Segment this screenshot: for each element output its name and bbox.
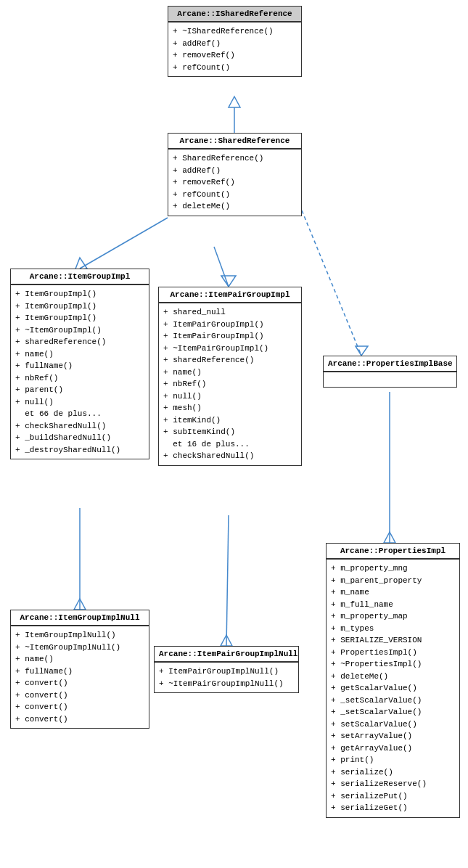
member: + ItemPairGroupImpl(): [163, 319, 297, 331]
member: + getArrayValue(): [331, 742, 455, 755]
member: + parent(): [15, 384, 144, 396]
member: + print(): [331, 754, 455, 766]
member: + addRef(): [173, 165, 297, 177]
member: + addRef(): [173, 38, 297, 50]
member: + refCount(): [173, 189, 297, 201]
member: + ~ISharedReference(): [173, 25, 297, 38]
class-members-itempairgroupimpl: + shared_null + ItemPairGroupImpl() + It…: [159, 303, 301, 465]
class-sharedreference: Arcane::SharedReference + SharedReferenc…: [168, 133, 302, 216]
svg-marker-11: [221, 635, 232, 646]
svg-line-10: [226, 515, 229, 646]
class-members-itemgroupimpl: + ItemGroupImpl() + ItemGroupImpl() + It…: [11, 285, 149, 459]
member: + fullName(): [15, 360, 144, 372]
class-title-sharedreference: Arcane::SharedReference: [168, 134, 301, 149]
svg-marker-1: [229, 97, 240, 107]
member: + refCount(): [173, 62, 297, 74]
class-title-propertiesimplbase: Arcane::PropertiesImplBase: [324, 356, 456, 372]
member: + sharedReference(): [15, 336, 144, 348]
member: + serializeReserve(): [331, 778, 455, 790]
class-members-propertiesimplbase: [324, 372, 456, 387]
uml-diagram: Arcane::ISharedReference + ~ISharedRefer…: [0, 0, 468, 868]
member: + shared_null: [163, 306, 297, 319]
class-members-propertiesimpl: + m_property_mng + m_parent_property + m…: [327, 560, 459, 817]
class-itempairgroupimplnull: Arcane::ItemPairGroupImplNull + ItemPair…: [154, 646, 299, 693]
class-members-isharedreference: + ~ISharedReference() + addRef() + remov…: [168, 22, 301, 76]
member: + ~ItemPairGroupImplNull(): [159, 678, 294, 690]
member: + m_full_name: [331, 599, 455, 611]
class-isharedreference: Arcane::ISharedReference + ~ISharedRefer…: [168, 6, 302, 77]
class-title-propertiesimpl: Arcane::PropertiesImpl: [327, 544, 459, 559]
member: + sharedReference(): [163, 354, 297, 367]
member: + SERIALIZE_VERSION: [331, 634, 455, 647]
member: + convert(): [15, 713, 144, 726]
member: + name(): [15, 348, 144, 361]
svg-marker-9: [74, 599, 86, 610]
member: + m_name: [331, 586, 455, 599]
member: + PropertiesImpl(): [331, 647, 455, 659]
member: + ~ItemPairGroupImpl(): [163, 343, 297, 355]
member: + _setScalarValue(): [331, 706, 455, 718]
member: + mesh(): [163, 402, 297, 414]
member: + name(): [163, 367, 297, 379]
svg-marker-13: [384, 532, 395, 543]
member: + removeRef(): [173, 49, 297, 62]
member: + setArrayValue(): [331, 730, 455, 742]
member: + ItemPairGroupImpl(): [163, 330, 297, 343]
member: + checkSharedNull(): [15, 420, 144, 433]
class-propertiesimpl: Arcane::PropertiesImpl + m_property_mng …: [326, 543, 460, 818]
class-members-itempairgroupimplnull: + ItemPairGroupImplNull() + ~ItemPairGro…: [155, 663, 298, 692]
svg-line-2: [80, 218, 168, 269]
member: + ItemGroupImplNull(): [15, 629, 144, 642]
member: + ItemGroupImpl(): [15, 288, 144, 300]
member: + SharedReference(): [173, 152, 297, 165]
member: + deleteMe(): [173, 200, 297, 213]
member: + serializePut(): [331, 790, 455, 803]
member: + _setScalarValue(): [331, 695, 455, 707]
member: + m_parent_property: [331, 575, 455, 587]
member: + setScalarValue(): [331, 718, 455, 731]
member: + getScalarValue(): [331, 682, 455, 695]
member: + convert(): [15, 677, 144, 689]
class-itempairgroupimpl: Arcane::ItemPairGroupImpl + shared_null …: [158, 287, 302, 466]
member: + m_property_mng: [331, 562, 455, 575]
member: + ItemGroupImpl(): [15, 312, 144, 324]
member: + convert(): [15, 701, 144, 713]
member: + nbRef(): [15, 372, 144, 385]
member: + nbRef(): [163, 378, 297, 390]
class-propertiesimplbase: Arcane::PropertiesImplBase: [323, 356, 457, 388]
svg-marker-5: [221, 276, 236, 287]
member: + _buildSharedNull(): [15, 432, 144, 444]
member: + removeRef(): [173, 176, 297, 189]
member: + fullName(): [15, 666, 144, 678]
svg-marker-7: [356, 346, 368, 356]
class-members-sharedreference: + SharedReference() + addRef() + removeR…: [168, 150, 301, 216]
class-title-isharedreference: Arcane::ISharedReference: [168, 7, 301, 22]
member: + ~PropertiesImpl(): [331, 658, 455, 671]
member: + name(): [15, 653, 144, 666]
class-itemgroupimplnull: Arcane::ItemGroupImplNull + ItemGroupImp…: [10, 610, 149, 729]
class-title-itempairgroupimplnull: Arcane::ItemPairGroupImplNull: [155, 647, 298, 662]
member: + itemKind(): [163, 414, 297, 427]
class-title-itemgroupimpl: Arcane::ItemGroupImpl: [11, 269, 149, 284]
svg-line-4: [214, 247, 229, 287]
member: + ItemPairGroupImplNull(): [159, 666, 294, 678]
member: + deleteMe(): [331, 671, 455, 683]
member: + checkSharedNull(): [163, 450, 297, 462]
member: + m_types: [331, 623, 455, 635]
member: + ~ItemGroupImplNull(): [15, 642, 144, 654]
member: + serializeGet(): [331, 802, 455, 814]
member: + subItemKind(): [163, 426, 297, 438]
member: + _destroySharedNull(): [15, 444, 144, 456]
class-members-itemgroupimplnull: + ItemGroupImplNull() + ~ItemGroupImplNu…: [11, 626, 149, 728]
member: + null(): [15, 396, 144, 409]
member: + ~ItemGroupImpl(): [15, 324, 144, 337]
member: et 66 de plus...: [15, 408, 144, 420]
class-title-itempairgroupimpl: Arcane::ItemPairGroupImpl: [159, 287, 301, 303]
member: et 16 de plus...: [163, 438, 297, 451]
member: + m_property_map: [331, 610, 455, 623]
class-title-itemgroupimplnull: Arcane::ItemGroupImplNull: [11, 610, 149, 626]
member: + serialize(): [331, 766, 455, 779]
member: + ItemGroupImpl(): [15, 300, 144, 313]
member: + null(): [163, 390, 297, 403]
svg-line-6: [302, 210, 361, 356]
